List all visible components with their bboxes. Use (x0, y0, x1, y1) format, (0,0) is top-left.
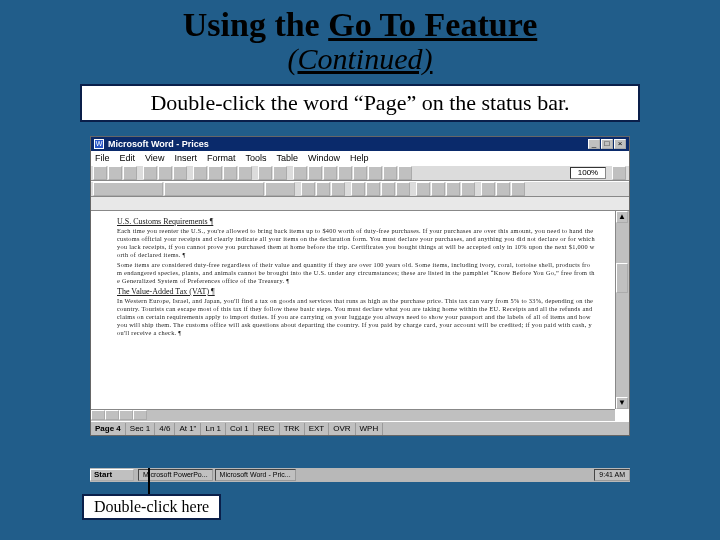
map-button[interactable] (383, 166, 397, 180)
status-section[interactable]: Sec 1 (126, 423, 155, 435)
print-button[interactable] (143, 166, 157, 180)
menu-table[interactable]: Table (276, 153, 298, 163)
align-right-button[interactable] (381, 182, 395, 196)
help-button[interactable] (612, 166, 626, 180)
slide-title-underlined: Go To Feature (328, 6, 537, 43)
italic-button[interactable] (316, 182, 330, 196)
highlight-button[interactable] (496, 182, 510, 196)
heading-customs: U.S. Customs Requirements ¶ (117, 217, 595, 226)
instruction-text: Double-click the word “Page” on the stat… (150, 90, 569, 115)
slide-title: Using the Go To Feature (0, 6, 720, 44)
new-button[interactable] (93, 166, 107, 180)
status-rec[interactable]: REC (254, 423, 280, 435)
zoom-combo[interactable]: 100% (570, 167, 606, 179)
instruction-box: Double-click the word “Page” on the stat… (80, 84, 640, 122)
slide-subtitle-paren: ( (288, 42, 298, 75)
undo-button[interactable] (258, 166, 272, 180)
menu-help[interactable]: Help (350, 153, 369, 163)
status-ext[interactable]: EXT (305, 423, 330, 435)
app-icon: W (94, 139, 104, 149)
status-col: Col 1 (226, 423, 254, 435)
heading-vat: The Value-Added Tax (VAT) ¶ (117, 287, 595, 296)
spell-button[interactable] (173, 166, 187, 180)
document-area[interactable]: U.S. Customs Requirements ¶ Each time yo… (91, 211, 615, 409)
indent-button[interactable] (461, 182, 475, 196)
status-trk[interactable]: TRK (280, 423, 305, 435)
paragraph-3: In Western Europe, Israel, and Japan, yo… (117, 297, 595, 337)
titlebar-text: Microsoft Word - Prices (108, 139, 587, 149)
bullets-button[interactable] (431, 182, 445, 196)
status-ovr[interactable]: OVR (329, 423, 355, 435)
callout-line (148, 468, 150, 494)
open-button[interactable] (108, 166, 122, 180)
outdent-button[interactable] (446, 182, 460, 196)
numbering-button[interactable] (416, 182, 430, 196)
slide-subtitle: (Continued) (0, 42, 720, 76)
normal-view-button[interactable] (91, 410, 105, 420)
layout-view-button[interactable] (105, 410, 119, 420)
slide-subtitle-underlined: Continued) (298, 42, 433, 75)
menu-view[interactable]: View (145, 153, 164, 163)
paste-button[interactable] (223, 166, 237, 180)
bold-button[interactable] (301, 182, 315, 196)
standard-toolbar: 100% (91, 165, 629, 181)
statusbar: Page 4 Sec 1 4/6 At 1" Ln 1 Col 1 REC TR… (91, 421, 629, 435)
status-wph[interactable]: WPH (356, 423, 384, 435)
scroll-down-icon[interactable]: ▼ (616, 397, 628, 409)
excel-button[interactable] (338, 166, 352, 180)
cut-button[interactable] (193, 166, 207, 180)
paragraph-2: Some items are considered duty-free rega… (117, 261, 595, 285)
scroll-thumb[interactable] (616, 263, 628, 293)
word-window: W Microsoft Word - Prices _ □ × File Edi… (90, 136, 630, 436)
close-button[interactable]: × (614, 139, 626, 149)
callout-text: Double-click here (94, 498, 209, 515)
menubar: File Edit View Insert Format Tools Table… (91, 151, 629, 165)
style-combo[interactable] (93, 182, 163, 196)
columns-button[interactable] (353, 166, 367, 180)
maximize-button[interactable]: □ (601, 139, 613, 149)
status-line: Ln 1 (201, 423, 226, 435)
horizontal-scrollbar[interactable] (91, 409, 615, 421)
scroll-up-icon[interactable]: ▲ (616, 211, 628, 223)
page-view-button[interactable] (119, 410, 133, 420)
menu-window[interactable]: Window (308, 153, 340, 163)
callout-box: Double-click here (82, 494, 221, 520)
borders-button[interactable] (481, 182, 495, 196)
titlebar[interactable]: W Microsoft Word - Prices _ □ × (91, 137, 629, 151)
drawing-button[interactable] (368, 166, 382, 180)
underline-button[interactable] (331, 182, 345, 196)
status-at: At 1" (175, 423, 201, 435)
formatting-toolbar (91, 181, 629, 197)
preview-button[interactable] (158, 166, 172, 180)
redo-button[interactable] (273, 166, 287, 180)
paragraph-1: Each time you reenter the U.S., you're a… (117, 227, 595, 259)
copy-button[interactable] (208, 166, 222, 180)
show-pilcrow-button[interactable] (398, 166, 412, 180)
save-button[interactable] (123, 166, 137, 180)
size-combo[interactable] (265, 182, 295, 196)
table-button[interactable] (323, 166, 337, 180)
ruler[interactable] (91, 197, 629, 211)
font-combo[interactable] (164, 182, 264, 196)
taskbar-clock: 9:41 AM (594, 469, 630, 481)
menu-file[interactable]: File (95, 153, 110, 163)
vertical-scrollbar[interactable]: ▲ ▼ (615, 211, 629, 409)
taskbar-item-word[interactable]: Microsoft Word - Pric... (215, 469, 296, 481)
menu-tools[interactable]: Tools (245, 153, 266, 163)
format-painter-button[interactable] (238, 166, 252, 180)
align-center-button[interactable] (366, 182, 380, 196)
minimize-button[interactable]: _ (588, 139, 600, 149)
start-button[interactable]: Start (90, 469, 134, 481)
align-left-button[interactable] (351, 182, 365, 196)
menu-insert[interactable]: Insert (174, 153, 197, 163)
outline-view-button[interactable] (133, 410, 147, 420)
menu-edit[interactable]: Edit (120, 153, 136, 163)
slide-title-prefix: Using the (183, 6, 328, 43)
justify-button[interactable] (396, 182, 410, 196)
status-page[interactable]: Page 4 (91, 423, 126, 435)
status-pages: 4/6 (155, 423, 175, 435)
toolbar-button[interactable] (308, 166, 322, 180)
font-color-button[interactable] (511, 182, 525, 196)
menu-format[interactable]: Format (207, 153, 236, 163)
link-button[interactable] (293, 166, 307, 180)
